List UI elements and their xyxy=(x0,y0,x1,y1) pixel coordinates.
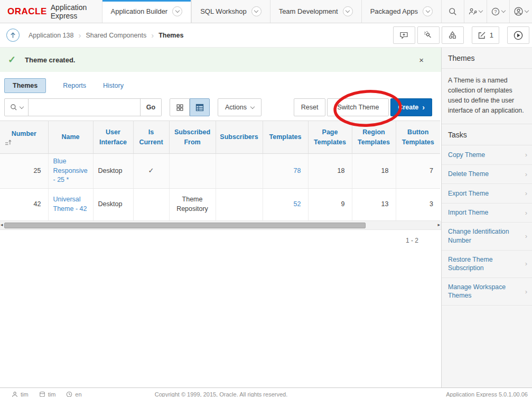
chevron-down-icon[interactable] xyxy=(343,6,353,16)
cell-user-interface: Desktop xyxy=(93,188,133,220)
search-icon[interactable] xyxy=(441,0,464,23)
actions-menu-button[interactable]: Actions xyxy=(218,98,262,116)
column-header-region-templates[interactable]: Region Templates xyxy=(352,121,396,154)
switch-theme-button[interactable]: Switch Theme xyxy=(327,98,389,116)
scroll-right-icon[interactable]: ▸ xyxy=(437,222,440,227)
column-header-button-templates[interactable]: Button Templates xyxy=(396,121,440,154)
cell-number: 42 xyxy=(0,188,48,220)
cell-page-templates: 18 xyxy=(308,154,352,189)
cell-is-current xyxy=(133,188,169,220)
theme-link[interactable]: Universal Theme - 42 xyxy=(53,196,87,213)
tab-packaged-apps[interactable]: Packaged Apps xyxy=(361,0,441,23)
edit-page-button[interactable]: 1 xyxy=(472,26,499,44)
task-copy-theme[interactable]: Copy Theme› xyxy=(442,145,532,165)
tasks-title: Tasks xyxy=(442,124,532,145)
column-header-subscribers[interactable]: Subscribers xyxy=(216,121,263,154)
cell-button-templates: 3 xyxy=(396,188,440,220)
footer-copyright: Copyright © 1999, 2015, Oracle. All righ… xyxy=(0,391,442,397)
pagination-range: 1 - 2 xyxy=(0,237,418,244)
create-arrow-icon: › xyxy=(422,103,425,112)
header-icon-bar: ? xyxy=(441,0,532,23)
task-manage-workspace-themes[interactable]: Manage Workspace Themes› xyxy=(442,278,532,306)
breadcrumb-shared-components[interactable]: Shared Components xyxy=(81,32,151,39)
page-toolbar: 1 xyxy=(393,26,532,44)
search-column-selector[interactable] xyxy=(4,98,29,116)
report-view-button[interactable] xyxy=(190,98,210,116)
main-nav-tabs: Application Builder SQL Workshop Team De… xyxy=(102,0,441,23)
oracle-brand: ORACLE xyxy=(7,6,47,17)
icon-view-button[interactable] xyxy=(170,98,190,116)
view-toggle xyxy=(170,98,210,116)
reset-button[interactable]: Reset xyxy=(294,98,326,116)
success-notification: ✓ Theme created. × xyxy=(0,48,442,72)
report-action-buttons: Reset Switch Theme Create › xyxy=(294,98,432,116)
chevron-right-icon: › xyxy=(525,287,527,297)
task-change-identification-number[interactable]: Change Identification Number› xyxy=(442,223,532,250)
task-import-theme[interactable]: Import Theme› xyxy=(442,204,532,223)
page-footer: tim tim en Copyright © 1999, 2015, Oracl… xyxy=(0,387,532,397)
tab-team-development[interactable]: Team Development xyxy=(270,0,361,23)
tab-sql-workshop[interactable]: SQL Workshop xyxy=(191,0,269,23)
column-header-is-current[interactable]: Is Current xyxy=(133,121,169,154)
close-notification-icon[interactable]: × xyxy=(419,56,442,64)
chevron-right-icon: › xyxy=(525,189,527,198)
column-header-name[interactable]: Name xyxy=(48,121,93,154)
region-tabs: Themes Reports History xyxy=(0,72,442,95)
cell-subscribers xyxy=(216,188,263,220)
column-header-templates[interactable]: Templates xyxy=(263,121,308,154)
help-icon[interactable]: ? xyxy=(487,0,509,23)
tab-application-builder[interactable]: Application Builder xyxy=(102,0,192,23)
task-restore-theme-subscription[interactable]: Restore Theme Subscription› xyxy=(442,251,532,278)
task-delete-theme[interactable]: Delete Theme› xyxy=(442,165,532,184)
task-export-theme[interactable]: Export Theme› xyxy=(442,184,532,204)
main-content: Themes Reports History Go Actions Reset … xyxy=(0,72,442,387)
cell-page-templates: 9 xyxy=(308,188,352,220)
run-application-button[interactable] xyxy=(507,26,529,44)
go-button[interactable]: Go xyxy=(141,98,162,116)
horizontal-scrollbar[interactable]: ◂ ▸ xyxy=(0,221,442,230)
tab-history[interactable]: History xyxy=(103,82,124,89)
oracle-logo[interactable]: ORACLE Application Express xyxy=(0,0,102,23)
column-header-subscribed-from[interactable]: Subscribed From xyxy=(169,121,216,154)
shared-components-button[interactable] xyxy=(442,26,464,44)
svg-text:?: ? xyxy=(494,9,497,14)
breadcrumb-current-page: Themes xyxy=(154,32,188,39)
create-button[interactable]: Create › xyxy=(390,98,432,116)
column-header-user-interface[interactable]: User Interface xyxy=(93,121,133,154)
chevron-down-icon[interactable] xyxy=(172,6,182,16)
footer-version: Application Express 5.0.1.00.06 xyxy=(446,391,528,397)
cell-is-current: ✓ xyxy=(133,154,169,189)
feedback-button[interactable] xyxy=(393,26,415,44)
chevron-down-icon[interactable] xyxy=(423,6,433,16)
up-level-icon[interactable] xyxy=(6,29,20,42)
cell-templates: 52 xyxy=(263,188,308,220)
product-name: Application Express xyxy=(51,3,90,20)
scroll-left-icon[interactable]: ◂ xyxy=(1,222,3,227)
chevron-right-icon: › xyxy=(525,150,527,160)
tab-reports[interactable]: Reports xyxy=(63,82,86,89)
templates-count-link[interactable]: 78 xyxy=(294,167,301,174)
chevron-right-icon: › xyxy=(525,232,527,241)
cell-subscribed-from: Theme Repository xyxy=(169,188,216,220)
right-sidebar: Themes A Theme is a named collection of … xyxy=(441,48,532,387)
column-header-number[interactable]: Number xyxy=(0,121,48,154)
cell-subscribed-from xyxy=(169,154,216,189)
account-icon[interactable] xyxy=(509,0,532,23)
cell-button-templates: 7 xyxy=(396,154,440,189)
templates-count-link[interactable]: 52 xyxy=(294,200,301,208)
search-input[interactable] xyxy=(29,98,141,116)
tab-themes[interactable]: Themes xyxy=(4,78,46,93)
theme-link[interactable]: Blue Responsive - 25 * xyxy=(53,158,88,183)
chevron-down-icon[interactable] xyxy=(251,6,262,16)
breadcrumb-application[interactable]: Application 138 xyxy=(24,32,78,39)
admin-tools-icon[interactable] xyxy=(464,0,487,23)
interactive-report-toolbar: Go Actions Reset Switch Theme Create › xyxy=(0,95,442,121)
table-row: 42 Universal Theme - 42 Desktop Theme Re… xyxy=(0,188,440,220)
spotlight-search-button[interactable] xyxy=(417,26,440,44)
breadcrumb-bar: Application 138 › Shared Components › Th… xyxy=(0,23,532,48)
scrollbar-thumb[interactable] xyxy=(4,223,366,228)
cell-name: Blue Responsive - 25 * xyxy=(48,154,93,189)
themes-report-table: Number Name User Interface Is Current Su… xyxy=(0,121,440,221)
chevron-right-icon: › xyxy=(525,170,527,179)
column-header-page-templates[interactable]: Page Templates xyxy=(308,121,352,154)
